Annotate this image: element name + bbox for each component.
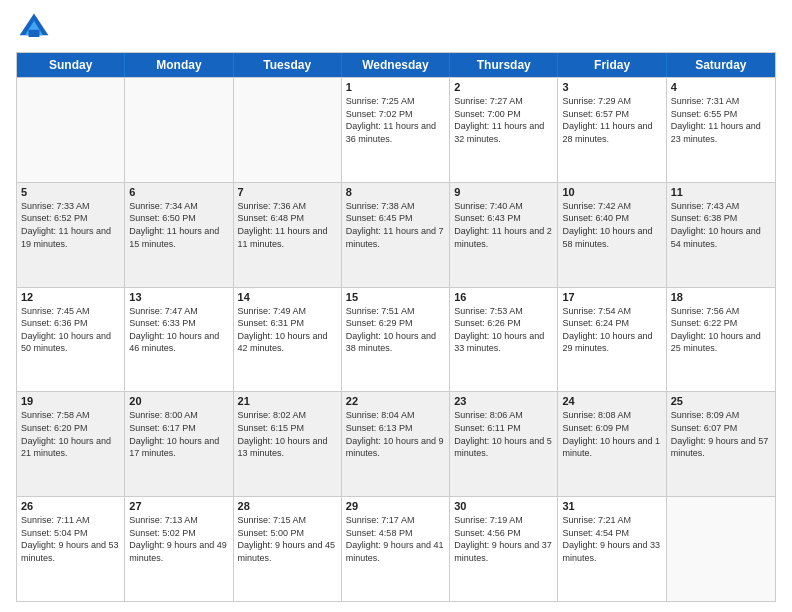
day-info: Sunrise: 7:43 AM Sunset: 6:38 PM Dayligh… bbox=[671, 200, 771, 250]
day-number: 18 bbox=[671, 291, 771, 303]
day-info: Sunrise: 7:56 AM Sunset: 6:22 PM Dayligh… bbox=[671, 305, 771, 355]
day-number: 4 bbox=[671, 81, 771, 93]
cal-cell: 6Sunrise: 7:34 AM Sunset: 6:50 PM Daylig… bbox=[125, 183, 233, 287]
cal-cell: 22Sunrise: 8:04 AM Sunset: 6:13 PM Dayli… bbox=[342, 392, 450, 496]
day-info: Sunrise: 7:58 AM Sunset: 6:20 PM Dayligh… bbox=[21, 409, 120, 459]
cal-cell bbox=[234, 78, 342, 182]
day-number: 16 bbox=[454, 291, 553, 303]
cal-week-2: 5Sunrise: 7:33 AM Sunset: 6:52 PM Daylig… bbox=[17, 182, 775, 287]
calendar-header-row: SundayMondayTuesdayWednesdayThursdayFrid… bbox=[17, 53, 775, 77]
day-info: Sunrise: 7:27 AM Sunset: 7:00 PM Dayligh… bbox=[454, 95, 553, 145]
cal-cell bbox=[17, 78, 125, 182]
cal-cell: 13Sunrise: 7:47 AM Sunset: 6:33 PM Dayli… bbox=[125, 288, 233, 392]
calendar-body: 1Sunrise: 7:25 AM Sunset: 7:02 PM Daylig… bbox=[17, 77, 775, 601]
day-number: 14 bbox=[238, 291, 337, 303]
day-info: Sunrise: 7:49 AM Sunset: 6:31 PM Dayligh… bbox=[238, 305, 337, 355]
day-number: 11 bbox=[671, 186, 771, 198]
cal-cell: 9Sunrise: 7:40 AM Sunset: 6:43 PM Daylig… bbox=[450, 183, 558, 287]
cal-cell: 25Sunrise: 8:09 AM Sunset: 6:07 PM Dayli… bbox=[667, 392, 775, 496]
cal-week-1: 1Sunrise: 7:25 AM Sunset: 7:02 PM Daylig… bbox=[17, 77, 775, 182]
day-info: Sunrise: 7:29 AM Sunset: 6:57 PM Dayligh… bbox=[562, 95, 661, 145]
svg-rect-2 bbox=[29, 30, 40, 37]
cal-cell: 17Sunrise: 7:54 AM Sunset: 6:24 PM Dayli… bbox=[558, 288, 666, 392]
day-info: Sunrise: 7:31 AM Sunset: 6:55 PM Dayligh… bbox=[671, 95, 771, 145]
day-info: Sunrise: 7:21 AM Sunset: 4:54 PM Dayligh… bbox=[562, 514, 661, 564]
day-info: Sunrise: 7:25 AM Sunset: 7:02 PM Dayligh… bbox=[346, 95, 445, 145]
cal-cell: 26Sunrise: 7:11 AM Sunset: 5:04 PM Dayli… bbox=[17, 497, 125, 601]
cal-cell: 14Sunrise: 7:49 AM Sunset: 6:31 PM Dayli… bbox=[234, 288, 342, 392]
cal-cell: 2Sunrise: 7:27 AM Sunset: 7:00 PM Daylig… bbox=[450, 78, 558, 182]
day-number: 24 bbox=[562, 395, 661, 407]
logo bbox=[16, 10, 56, 46]
cal-cell: 31Sunrise: 7:21 AM Sunset: 4:54 PM Dayli… bbox=[558, 497, 666, 601]
cal-cell: 15Sunrise: 7:51 AM Sunset: 6:29 PM Dayli… bbox=[342, 288, 450, 392]
day-number: 17 bbox=[562, 291, 661, 303]
cal-cell: 27Sunrise: 7:13 AM Sunset: 5:02 PM Dayli… bbox=[125, 497, 233, 601]
day-number: 2 bbox=[454, 81, 553, 93]
day-info: Sunrise: 7:40 AM Sunset: 6:43 PM Dayligh… bbox=[454, 200, 553, 250]
cal-cell: 29Sunrise: 7:17 AM Sunset: 4:58 PM Dayli… bbox=[342, 497, 450, 601]
cal-week-5: 26Sunrise: 7:11 AM Sunset: 5:04 PM Dayli… bbox=[17, 496, 775, 601]
day-number: 21 bbox=[238, 395, 337, 407]
day-number: 10 bbox=[562, 186, 661, 198]
day-number: 1 bbox=[346, 81, 445, 93]
calendar: SundayMondayTuesdayWednesdayThursdayFrid… bbox=[16, 52, 776, 602]
cal-header-thursday: Thursday bbox=[450, 53, 558, 77]
cal-cell: 10Sunrise: 7:42 AM Sunset: 6:40 PM Dayli… bbox=[558, 183, 666, 287]
page: SundayMondayTuesdayWednesdayThursdayFrid… bbox=[0, 0, 792, 612]
cal-header-saturday: Saturday bbox=[667, 53, 775, 77]
day-number: 19 bbox=[21, 395, 120, 407]
day-info: Sunrise: 7:53 AM Sunset: 6:26 PM Dayligh… bbox=[454, 305, 553, 355]
cal-cell: 7Sunrise: 7:36 AM Sunset: 6:48 PM Daylig… bbox=[234, 183, 342, 287]
cal-cell: 20Sunrise: 8:00 AM Sunset: 6:17 PM Dayli… bbox=[125, 392, 233, 496]
day-number: 20 bbox=[129, 395, 228, 407]
day-number: 29 bbox=[346, 500, 445, 512]
day-info: Sunrise: 8:08 AM Sunset: 6:09 PM Dayligh… bbox=[562, 409, 661, 459]
day-info: Sunrise: 7:33 AM Sunset: 6:52 PM Dayligh… bbox=[21, 200, 120, 250]
day-number: 9 bbox=[454, 186, 553, 198]
day-info: Sunrise: 8:00 AM Sunset: 6:17 PM Dayligh… bbox=[129, 409, 228, 459]
cal-header-tuesday: Tuesday bbox=[234, 53, 342, 77]
day-number: 23 bbox=[454, 395, 553, 407]
cal-week-4: 19Sunrise: 7:58 AM Sunset: 6:20 PM Dayli… bbox=[17, 391, 775, 496]
cal-cell: 30Sunrise: 7:19 AM Sunset: 4:56 PM Dayli… bbox=[450, 497, 558, 601]
cal-cell: 4Sunrise: 7:31 AM Sunset: 6:55 PM Daylig… bbox=[667, 78, 775, 182]
day-info: Sunrise: 7:54 AM Sunset: 6:24 PM Dayligh… bbox=[562, 305, 661, 355]
day-info: Sunrise: 7:38 AM Sunset: 6:45 PM Dayligh… bbox=[346, 200, 445, 250]
day-number: 7 bbox=[238, 186, 337, 198]
day-info: Sunrise: 7:45 AM Sunset: 6:36 PM Dayligh… bbox=[21, 305, 120, 355]
day-number: 8 bbox=[346, 186, 445, 198]
day-number: 12 bbox=[21, 291, 120, 303]
cal-cell: 8Sunrise: 7:38 AM Sunset: 6:45 PM Daylig… bbox=[342, 183, 450, 287]
day-number: 13 bbox=[129, 291, 228, 303]
day-number: 15 bbox=[346, 291, 445, 303]
cal-cell: 19Sunrise: 7:58 AM Sunset: 6:20 PM Dayli… bbox=[17, 392, 125, 496]
cal-header-wednesday: Wednesday bbox=[342, 53, 450, 77]
cal-week-3: 12Sunrise: 7:45 AM Sunset: 6:36 PM Dayli… bbox=[17, 287, 775, 392]
cal-cell: 24Sunrise: 8:08 AM Sunset: 6:09 PM Dayli… bbox=[558, 392, 666, 496]
day-number: 30 bbox=[454, 500, 553, 512]
cal-cell bbox=[125, 78, 233, 182]
day-number: 3 bbox=[562, 81, 661, 93]
day-info: Sunrise: 7:47 AM Sunset: 6:33 PM Dayligh… bbox=[129, 305, 228, 355]
cal-header-monday: Monday bbox=[125, 53, 233, 77]
cal-cell: 16Sunrise: 7:53 AM Sunset: 6:26 PM Dayli… bbox=[450, 288, 558, 392]
day-info: Sunrise: 7:36 AM Sunset: 6:48 PM Dayligh… bbox=[238, 200, 337, 250]
day-info: Sunrise: 7:42 AM Sunset: 6:40 PM Dayligh… bbox=[562, 200, 661, 250]
cal-cell bbox=[667, 497, 775, 601]
day-number: 31 bbox=[562, 500, 661, 512]
day-info: Sunrise: 7:15 AM Sunset: 5:00 PM Dayligh… bbox=[238, 514, 337, 564]
day-number: 25 bbox=[671, 395, 771, 407]
day-info: Sunrise: 7:34 AM Sunset: 6:50 PM Dayligh… bbox=[129, 200, 228, 250]
cal-cell: 5Sunrise: 7:33 AM Sunset: 6:52 PM Daylig… bbox=[17, 183, 125, 287]
cal-cell: 11Sunrise: 7:43 AM Sunset: 6:38 PM Dayli… bbox=[667, 183, 775, 287]
cal-cell: 23Sunrise: 8:06 AM Sunset: 6:11 PM Dayli… bbox=[450, 392, 558, 496]
day-number: 27 bbox=[129, 500, 228, 512]
day-info: Sunrise: 7:11 AM Sunset: 5:04 PM Dayligh… bbox=[21, 514, 120, 564]
cal-cell: 21Sunrise: 8:02 AM Sunset: 6:15 PM Dayli… bbox=[234, 392, 342, 496]
day-info: Sunrise: 8:09 AM Sunset: 6:07 PM Dayligh… bbox=[671, 409, 771, 459]
cal-cell: 12Sunrise: 7:45 AM Sunset: 6:36 PM Dayli… bbox=[17, 288, 125, 392]
day-number: 22 bbox=[346, 395, 445, 407]
day-number: 6 bbox=[129, 186, 228, 198]
cal-cell: 28Sunrise: 7:15 AM Sunset: 5:00 PM Dayli… bbox=[234, 497, 342, 601]
